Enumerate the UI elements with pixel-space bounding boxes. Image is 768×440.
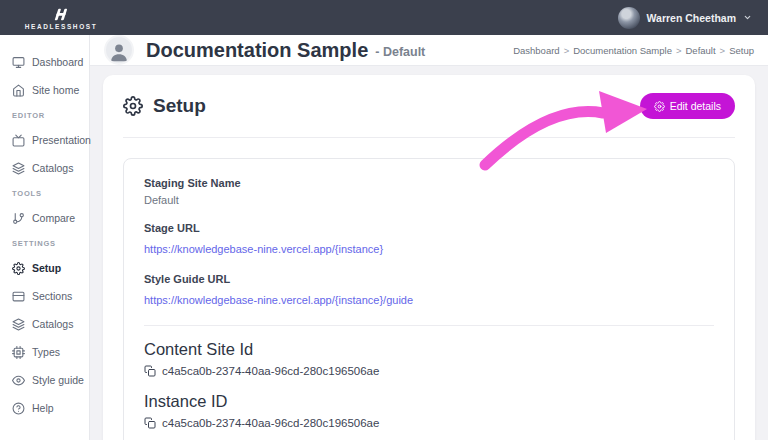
breadcrumb-separator: > <box>720 45 726 56</box>
brand-logo[interactable]: HEADLESSHOST <box>0 6 122 30</box>
sidebar: Dashboard Site home EDITOR Presentation … <box>0 35 90 440</box>
sidebar-item-label: Presentation <box>32 134 91 146</box>
divider <box>123 137 735 138</box>
user-menu[interactable]: Warren Cheetham <box>618 7 752 29</box>
sidebar-item-types[interactable]: Types <box>12 338 89 366</box>
field-label: Stage URL <box>144 222 714 234</box>
sidebar-section-settings: SETTINGS <box>12 232 89 254</box>
sidebar-item-dashboard[interactable]: Dashboard <box>12 48 89 76</box>
breadcrumb-separator: > <box>564 45 570 56</box>
content-site-id-heading: Content Site Id <box>144 340 714 359</box>
compare-icon <box>12 212 25 225</box>
sections-icon <box>12 290 25 303</box>
style-guide-url-link[interactable]: https://knowledgebase-nine.vercel.app/{i… <box>144 294 413 306</box>
breadcrumb-dashboard[interactable]: Dashboard <box>513 45 559 56</box>
main-area: Documentation Sample - Default Dashboard… <box>90 35 768 440</box>
breadcrumb: Dashboard > Documentation Sample > Defau… <box>513 45 754 56</box>
sidebar-section-tools: TOOLS <box>12 182 89 204</box>
sidebar-item-setup[interactable]: Setup <box>12 254 89 282</box>
user-name: Warren Cheetham <box>647 12 736 24</box>
edit-details-button[interactable]: Edit details <box>640 93 735 119</box>
sidebar-item-label: Catalogs <box>32 162 73 174</box>
sidebar-item-catalogs-editor[interactable]: Catalogs <box>12 154 89 182</box>
copy-icon[interactable] <box>144 417 156 429</box>
sidebar-item-label: Catalogs <box>32 318 73 330</box>
sidebar-section-editor: EDITOR <box>12 104 89 126</box>
content-area: Setup Edit details Staging Site Name Def <box>90 66 768 440</box>
sidebar-item-label: Help <box>32 402 54 414</box>
home-icon <box>12 84 25 97</box>
sidebar-item-label: Dashboard <box>32 56 83 68</box>
stage-url-link[interactable]: https://knowledgebase-nine.vercel.app/{i… <box>144 243 383 255</box>
help-icon <box>12 402 25 415</box>
presentation-icon <box>12 134 25 147</box>
layers-icon <box>12 162 25 175</box>
site-avatar <box>104 35 134 65</box>
sidebar-item-help[interactable]: Help <box>12 394 89 422</box>
field-stage-url: Stage URL https://knowledgebase-nine.ver… <box>144 222 714 257</box>
breadcrumb-separator: > <box>676 45 682 56</box>
sidebar-item-label: Sections <box>32 290 72 302</box>
content-site-id-value: c4a5ca0b-2374-40aa-96cd-280c196506ae <box>162 365 379 377</box>
id-row: c4a5ca0b-2374-40aa-96cd-280c196506ae <box>144 417 714 429</box>
field-label: Staging Site Name <box>144 177 714 189</box>
chevron-down-icon <box>743 13 752 22</box>
sidebar-item-site-home[interactable]: Site home <box>12 76 89 104</box>
field-style-guide-url: Style Guide URL https://knowledgebase-ni… <box>144 273 714 308</box>
sidebar-item-label: Compare <box>32 212 75 224</box>
id-row: c4a5ca0b-2374-40aa-96cd-280c196506ae <box>144 365 714 377</box>
page-header: Documentation Sample - Default Dashboard… <box>90 35 768 66</box>
divider <box>144 325 714 326</box>
breadcrumb-default[interactable]: Default <box>686 45 716 56</box>
page-title: Documentation Sample <box>146 39 368 62</box>
breadcrumb-setup[interactable]: Setup <box>729 45 754 56</box>
setup-card-header: Setup Edit details <box>123 75 735 137</box>
gear-icon <box>123 96 143 116</box>
instance-id-value: c4a5ca0b-2374-40aa-96cd-280c196506ae <box>162 417 379 429</box>
content-site-id-block: Content Site Id c4a5ca0b-2374-40aa-96cd-… <box>144 340 714 377</box>
person-icon <box>108 41 130 63</box>
sidebar-item-label: Site home <box>32 84 79 96</box>
gear-icon <box>654 101 665 112</box>
breadcrumb-documentation-sample[interactable]: Documentation Sample <box>573 45 672 56</box>
sidebar-item-label: Types <box>32 346 60 358</box>
sidebar-item-catalogs-settings[interactable]: Catalogs <box>12 310 89 338</box>
page-subtitle: - Default <box>375 41 425 59</box>
sidebar-item-label: Style guide <box>32 374 84 386</box>
setup-card: Setup Edit details Staging Site Name Def <box>103 75 755 440</box>
copy-icon[interactable] <box>144 365 156 377</box>
setup-title: Setup <box>153 95 206 117</box>
instance-id-heading: Instance ID <box>144 392 714 411</box>
field-label: Style Guide URL <box>144 273 714 285</box>
sidebar-item-compare[interactable]: Compare <box>12 204 89 232</box>
sidebar-item-presentation[interactable]: Presentation <box>12 126 89 154</box>
eye-icon <box>12 374 25 387</box>
gear-icon <box>12 262 25 275</box>
sidebar-item-style-guide[interactable]: Style guide <box>12 366 89 394</box>
chip-icon <box>12 346 25 359</box>
field-staging-site-name: Staging Site Name Default <box>144 177 714 206</box>
layers-icon <box>12 318 25 331</box>
brand-name: HEADLESSHOST <box>25 23 98 30</box>
dashboard-icon <box>12 56 25 69</box>
topbar: HEADLESSHOST Warren Cheetham <box>0 0 768 35</box>
headlesshost-logo-icon <box>51 8 71 21</box>
sidebar-item-label: Setup <box>32 262 61 274</box>
field-value: Default <box>144 194 714 206</box>
edit-details-label: Edit details <box>670 100 721 112</box>
sidebar-item-sections[interactable]: Sections <box>12 282 89 310</box>
setup-details-panel: Staging Site Name Default Stage URL http… <box>123 158 735 440</box>
user-avatar <box>618 7 640 29</box>
instance-id-block: Instance ID c4a5ca0b-2374-40aa-96cd-280c… <box>144 392 714 429</box>
